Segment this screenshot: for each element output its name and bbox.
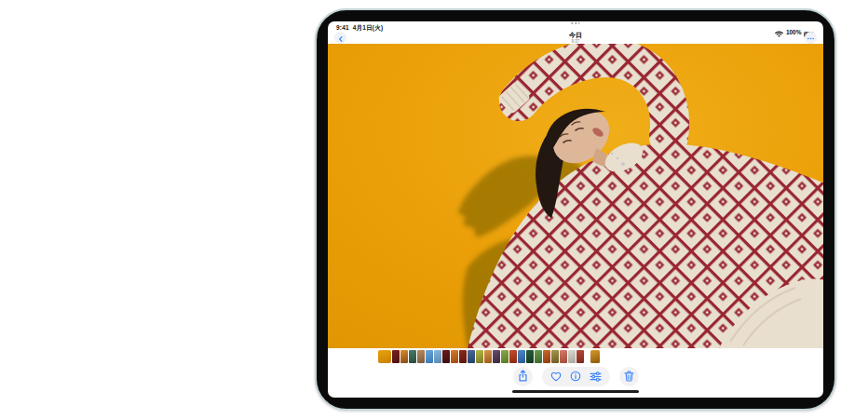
filmstrip-thumb[interactable] xyxy=(518,350,525,363)
filmstrip-thumb[interactable] xyxy=(543,350,550,363)
filmstrip-thumb[interactable] xyxy=(526,350,534,363)
status-bar: 9:41 4月1日(火) 100% xyxy=(328,21,823,32)
heart-icon xyxy=(550,369,562,385)
page-title: 今日 xyxy=(569,32,582,38)
photo-view[interactable] xyxy=(328,44,823,348)
filmstrip-thumb[interactable] xyxy=(468,350,475,363)
adjust-icon xyxy=(590,369,602,385)
filmstrip-thumb[interactable] xyxy=(551,350,559,363)
filmstrip-thumb[interactable] xyxy=(501,350,509,363)
nav-title-group: 今日 9:37 xyxy=(569,32,582,44)
filmstrip-thumb[interactable] xyxy=(590,350,600,363)
filmstrip-thumb[interactable] xyxy=(409,350,416,363)
filmstrip-thumb[interactable] xyxy=(459,350,467,363)
filmstrip-thumb[interactable] xyxy=(568,350,576,363)
bottom-toolbar xyxy=(328,367,823,386)
page: 9:41 4月1日(火) 100% xyxy=(0,0,868,419)
filmstrip-thumb[interactable] xyxy=(442,350,450,363)
delete-button[interactable] xyxy=(619,367,639,386)
filmstrip-thumb[interactable] xyxy=(417,350,425,363)
filmstrip-thumb[interactable] xyxy=(535,350,542,363)
filmstrip-thumb[interactable] xyxy=(451,350,458,363)
filmstrip-thumb[interactable] xyxy=(400,350,408,363)
filmstrip-thumb[interactable] xyxy=(484,350,492,363)
status-date: 4月1日(火) xyxy=(353,24,383,31)
favorite-button[interactable] xyxy=(550,369,562,385)
info-button[interactable] xyxy=(570,369,581,385)
filmstrip-thumb[interactable] xyxy=(493,350,500,363)
actions-pill xyxy=(542,367,610,386)
filmstrip-thumb[interactable] xyxy=(509,350,517,363)
info-icon xyxy=(570,369,581,385)
nav-bar: 今日 9:37 xyxy=(328,32,823,44)
multitask-ellipsis-icon[interactable] xyxy=(571,22,579,24)
back-button[interactable] xyxy=(334,32,346,44)
ipad-screen: 9:41 4月1日(火) 100% xyxy=(328,21,823,398)
filmstrip-thumb-selected[interactable] xyxy=(378,350,391,363)
filmstrip-thumb[interactable] xyxy=(476,350,483,363)
share-button[interactable] xyxy=(513,367,533,386)
trash-icon xyxy=(624,369,634,385)
share-icon xyxy=(518,369,528,385)
filmstrip-thumb[interactable] xyxy=(576,350,584,363)
filmstrip-thumb[interactable] xyxy=(434,350,441,363)
ipad-device-frame: 9:41 4月1日(火) 100% xyxy=(315,8,836,411)
filmstrip-thumb[interactable] xyxy=(560,350,567,363)
filmstrip-thumb[interactable] xyxy=(426,350,433,363)
home-indicator[interactable] xyxy=(512,390,639,394)
filmstrip xyxy=(378,350,601,363)
adjust-button[interactable] xyxy=(590,369,602,385)
filmstrip-thumb[interactable] xyxy=(392,350,400,363)
more-button[interactable] xyxy=(805,32,817,44)
